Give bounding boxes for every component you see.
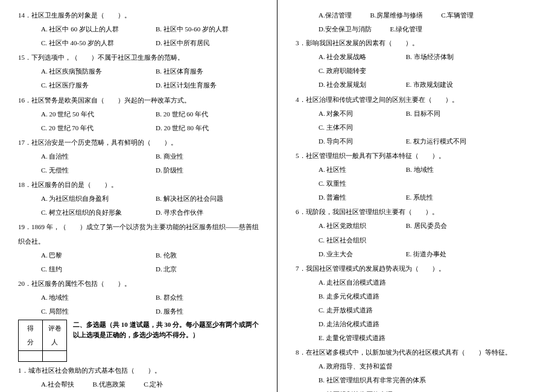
m1-opt-c: C.定补 [144, 381, 163, 388]
m7-stem: 7．我国社区管理模式的发展趋势表现为（ ）。 [296, 262, 543, 276]
grader-header: 评卷人 [43, 320, 67, 351]
q17-opt-c: C. 无偿性 [41, 163, 156, 177]
m5-opt-e: E. 系统性 [406, 191, 478, 204]
m3-stem: 3．影响我国社区发展的因素有（ ）。 [296, 36, 543, 50]
q17-opt-d: D. 阶级性 [156, 163, 258, 177]
m7-opt-c: C. 走开放模式道路 [319, 303, 543, 317]
m3: 3．影响我国社区发展的因素有（ ）。 A. 社会发展战略 B. 市场经济体制 C… [296, 36, 543, 92]
q16-opt-a: A. 20 世纪 50 年代 [41, 107, 156, 121]
q14-opt-c: C. 社区中 40-50 岁的人群 [41, 36, 156, 50]
q17-opt-a: A. 自治性 [41, 150, 156, 163]
m5: 5．社区管理组织一般具有下列基本特征（ ）。 A. 社区性 B. 地域性 C. … [296, 149, 543, 204]
right-column: A.保洁管理 B.房屋维修与修缮 C.车辆管理 D.安全保卫与消防 E.绿化管理… [278, 0, 555, 392]
score-cell [19, 351, 43, 362]
m2-opts: A.保洁管理 B.房屋维修与修缮 C.车辆管理 D.安全保卫与消防 E.绿化管理 [296, 8, 543, 36]
m8-opt-b: B. 社区管理组织具有非常完善的体系 [319, 373, 543, 387]
m2-opt-c: C.车辆管理 [441, 11, 474, 19]
m2-opt-d: D.安全保卫与消防 [319, 25, 372, 33]
q19-opt-d: D. 北京 [156, 262, 258, 276]
m1-opt-a: A.社会帮扶 [41, 381, 74, 388]
left-column: 14．社区卫生服务的对象是（ ）。 A. 社区中 60 岁以上的人群 B. 社区… [0, 0, 278, 392]
m8-opt-a: A. 政府指导、支持和监督 [319, 359, 543, 373]
q16-opt-b: B. 20 世纪 60 年代 [156, 107, 258, 121]
m4-opt-b: B. 目标不同 [406, 107, 478, 121]
q17: 17．社区治安是一个历史范畴，具有鲜明的（ ）。 A. 自治性 B. 商业性 C… [18, 136, 265, 177]
q15-opt-d: D. 社区计划生育服务 [156, 78, 258, 92]
m5-stem: 5．社区管理组织一般具有下列基本特征（ ）。 [296, 149, 543, 163]
score-table: 得 分 评卷人 [18, 320, 67, 362]
q15-opt-c: C. 社区医疗服务 [41, 78, 156, 92]
q15-opt-b: B. 社区体育服务 [156, 65, 258, 78]
m6-opt-a: A. 社区党政组织 [319, 219, 391, 233]
m3-opt-d: D. 社会发展规划 [319, 78, 391, 92]
q14-opt-b: B. 社区中 50-60 岁的人群 [156, 22, 258, 36]
q18-opt-b: B. 解决社区的社会问题 [156, 192, 258, 206]
q20-opt-c: C. 局部性 [41, 305, 156, 318]
q15-stem: 15．下列选项中，（ ）不属于社区卫生服务的范畴。 [18, 51, 265, 65]
m1-stem: 1．城市社区社会救助的方式基本包括（ ）。 [18, 364, 265, 378]
m5-opt-a: A. 社区性 [319, 163, 391, 177]
q14: 14．社区卫生服务的对象是（ ）。 A. 社区中 60 岁以上的人群 B. 社区… [18, 8, 265, 50]
m5-opt-c: C. 双重性 [319, 177, 391, 191]
m6-stem: 6．现阶段，我国社区管理组织主要有（ ）。 [296, 205, 543, 219]
grader-cell [43, 351, 67, 362]
q19-opt-c: C. 纽约 [41, 262, 156, 276]
q18-opt-c: C. 树立社区组织的良好形象 [41, 206, 156, 220]
m1: 1．城市社区社会救助的方式基本包括（ ）。 A.社会帮扶 B.优惠政策 C.定补… [18, 364, 265, 392]
m4-opt-d: D. 导向不同 [319, 134, 391, 148]
q20-opt-a: A. 地域性 [41, 291, 156, 305]
q18-stem: 18．社区服务的目的是（ ）。 [18, 178, 265, 192]
m5-opt-b: B. 地域性 [406, 163, 478, 177]
q14-opt-a: A. 社区中 60 岁以上的人群 [41, 22, 156, 36]
q19-opt-a: A. 巴黎 [41, 248, 156, 262]
score-header: 得 分 [19, 320, 43, 351]
m5-opt-d: D. 普遍性 [319, 191, 391, 204]
m7-opt-e: E. 走量化管理模式道路 [319, 331, 543, 345]
m6: 6．现阶段，我国社区管理组织主要有（ ）。 A. 社区党政组织 B. 居民委员会… [296, 205, 543, 261]
q18-opt-a: A. 为社区组织自身盈利 [41, 192, 156, 206]
q17-stem: 17．社区治安是一个历史范畴，具有鲜明的（ ）。 [18, 136, 265, 150]
q19-opt-b: B. 伦敦 [156, 248, 258, 262]
m3-opt-c: C. 政府职能转变 [319, 64, 391, 78]
m2-opt-e: E.绿化管理 [390, 25, 422, 33]
m1-opt-b: B.优惠政策 [92, 381, 125, 388]
q16: 16．社区警务是欧美国家自（ ）兴起的一种改革方式。 A. 20 世纪 50 年… [18, 93, 265, 135]
m6-opt-e: E. 街道办事处 [406, 247, 478, 261]
m6-opt-d: D. 业主大会 [319, 247, 391, 261]
q20-opt-d: D. 服务性 [156, 305, 258, 318]
m6-opt-c: C. 社区社会组织 [319, 233, 391, 247]
m6-opt-b: B. 居民委员会 [406, 219, 478, 233]
q14-stem: 14．社区卫生服务的对象是（ ）。 [18, 8, 265, 22]
q17-opt-b: B. 商业性 [156, 150, 258, 163]
m3-opt-b: B. 市场经济体制 [406, 50, 478, 64]
q16-opt-c: C. 20 世纪 70 年代 [41, 121, 156, 135]
m7-opt-a: A. 走社区自治模式道路 [319, 276, 543, 289]
q15-opt-a: A. 社区疾病预防服务 [41, 65, 156, 78]
m7-opt-b: B. 走多元化模式道路 [319, 289, 543, 303]
m4-opt-a: A. 对象不同 [319, 107, 391, 121]
m8-stem: 8．在社区诸多模式中，以新加坡为代表的社区模式具有（ ）等特征。 [296, 346, 543, 359]
section-2-title: 二、多选题（共 10 道试题，共 30 分。每小题至少有两个或两个以上选项是正确… [73, 320, 265, 340]
q18-opt-d: D. 寻求合作伙伴 [156, 206, 258, 220]
q19: 19．1869 年，（ ）成立了第一个以济贫为主要功能的社区服务组织——慈善组织… [18, 220, 265, 276]
m4-opt-e: E. 权力运行模式不同 [406, 134, 466, 148]
q14-opt-d: D. 社区中所有居民 [156, 36, 258, 50]
q18: 18．社区服务的目的是（ ）。 A. 为社区组织自身盈利 B. 解决社区的社会问… [18, 178, 265, 220]
m7-opt-d: D. 走法治化模式道路 [319, 317, 543, 331]
q16-opt-d: D. 20 世纪 80 年代 [156, 121, 258, 135]
q20: 20．社区服务的属性不包括（ ）。 A. 地域性 B. 群众性 C. 局部性 D… [18, 277, 265, 318]
q20-opt-b: B. 群众性 [156, 291, 258, 305]
m3-opt-a: A. 社会发展战略 [319, 50, 391, 64]
m3-opt-e: E. 市政规划建设 [406, 78, 478, 92]
m7: 7．我国社区管理模式的发展趋势表现为（ ）。 A. 走社区自治模式道路 B. 走… [296, 262, 543, 346]
q20-stem: 20．社区服务的属性不包括（ ）。 [18, 277, 265, 291]
m4-stem: 4．社区治理和传统式管理之间的区别主要在（ ）。 [296, 93, 543, 107]
q19-stem: 19．1869 年，（ ）成立了第一个以济贫为主要功能的社区服务组织——慈善组织… [18, 220, 265, 248]
m4: 4．社区治理和传统式管理之间的区别主要在（ ）。 A. 对象不同 B. 目标不同… [296, 93, 543, 148]
m8-opt-c: C. 社区规划较为严格合理 [319, 388, 543, 392]
q15: 15．下列选项中，（ ）不属于社区卫生服务的范畴。 A. 社区疾病预防服务 B.… [18, 51, 265, 92]
m2-opt-a: A.保洁管理 [319, 11, 352, 19]
m2-opt-b: B.房屋维修与修缮 [370, 11, 422, 19]
q16-stem: 16．社区警务是欧美国家自（ ）兴起的一种改革方式。 [18, 93, 265, 107]
m4-opt-c: C. 主体不同 [319, 121, 391, 134]
